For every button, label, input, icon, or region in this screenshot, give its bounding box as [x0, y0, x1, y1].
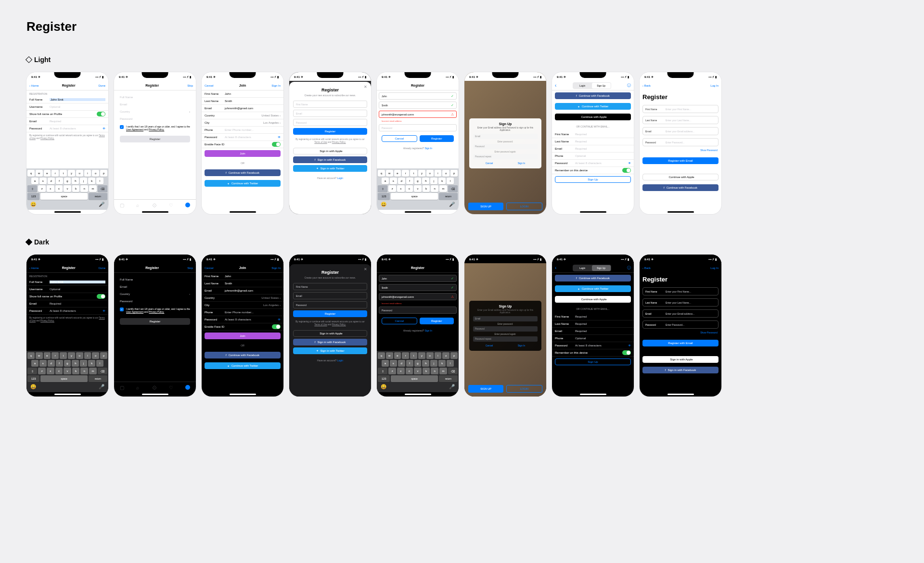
- phone-input[interactable]: Optional: [575, 154, 586, 157]
- signin-button[interactable]: Sign In: [271, 267, 281, 269]
- key-f[interactable]: f: [406, 178, 413, 184]
- login-button[interactable]: LOGIN: [506, 385, 542, 393]
- email-input[interactable]: Email: [473, 316, 538, 321]
- twitter-button[interactable]: ✦Continue with Twitter: [205, 362, 281, 369]
- key-v[interactable]: v: [64, 185, 71, 192]
- email-input[interactable]: Required: [575, 330, 587, 333]
- key-u[interactable]: u: [76, 352, 83, 359]
- eye-icon[interactable]: 👁: [278, 136, 281, 139]
- phone-input[interactable]: Optional: [575, 337, 586, 340]
- last-name-input[interactable]: Smith✓: [379, 284, 457, 291]
- full-name-input[interactable]: Full Name: [120, 96, 133, 99]
- key-o[interactable]: o: [442, 352, 449, 359]
- register-button[interactable]: Register: [420, 135, 454, 142]
- password-input[interactable]: At least 8 characters: [50, 309, 76, 312]
- info-icon[interactable]: ⓘ: [627, 83, 631, 88]
- first-name-input[interactable]: John: [225, 275, 281, 278]
- return-key[interactable]: return: [439, 375, 458, 382]
- apple-button[interactable]: Sign in with Apple: [642, 356, 719, 363]
- faceid-toggle[interactable]: [272, 324, 281, 329]
- key-n[interactable]: n: [431, 185, 438, 192]
- emoji-icon[interactable]: 😀: [30, 202, 36, 207]
- done-button[interactable]: Done: [99, 267, 105, 269]
- key-v[interactable]: v: [414, 185, 422, 192]
- twitter-button[interactable]: ✦Continue with Twitter: [555, 103, 631, 110]
- first-name-input[interactable]: First Name: [293, 101, 367, 108]
- country-input[interactable]: Country: [120, 293, 130, 295]
- login-segment[interactable]: Login: [573, 83, 592, 89]
- first-name-input[interactable]: John: [225, 92, 281, 95]
- mic-icon[interactable]: 🎤: [449, 202, 455, 207]
- key-p[interactable]: p: [100, 170, 107, 177]
- signin-link[interactable]: Sign In: [425, 329, 433, 332]
- key-i[interactable]: i: [435, 170, 442, 177]
- password-input[interactable]: Password: [379, 307, 457, 314]
- password-input[interactable]: Password: [293, 301, 367, 308]
- full-name-input[interactable]: John Smit: [50, 281, 105, 283]
- password-input[interactable]: At least 8 characters: [225, 318, 251, 321]
- age-checkbox[interactable]: ✓: [120, 307, 124, 311]
- key-w[interactable]: w: [386, 170, 393, 177]
- login-button[interactable]: LOGIN: [506, 203, 542, 210]
- key-x[interactable]: x: [47, 368, 54, 374]
- email-input[interactable]: johnsmith@gmail.com: [225, 107, 281, 110]
- key-m[interactable]: m: [439, 185, 447, 192]
- first-name-input[interactable]: First Name: [293, 283, 367, 290]
- key-g[interactable]: g: [414, 178, 422, 184]
- full-name-input[interactable]: John Smit: [50, 98, 105, 101]
- join-button[interactable]: Join: [205, 150, 281, 157]
- key-r[interactable]: r: [51, 170, 59, 177]
- key-r[interactable]: r: [51, 352, 59, 359]
- key-m[interactable]: m: [89, 185, 97, 192]
- key-f[interactable]: f: [56, 178, 63, 184]
- key-v[interactable]: v: [414, 368, 422, 374]
- key-k[interactable]: k: [88, 178, 95, 184]
- numbers-key[interactable]: 123: [27, 375, 39, 382]
- key-h[interactable]: h: [422, 178, 429, 184]
- key-q[interactable]: q: [27, 170, 35, 177]
- segment-control[interactable]: Login Sign Up: [573, 265, 611, 271]
- cancel-button[interactable]: Cancel: [382, 318, 417, 324]
- cancel-button[interactable]: Cancel: [205, 84, 214, 87]
- key-x[interactable]: x: [397, 185, 405, 192]
- key-b[interactable]: b: [423, 185, 430, 192]
- country-input[interactable]: Country: [120, 110, 130, 113]
- first-name-input[interactable]: Required: [575, 315, 587, 318]
- info-icon[interactable]: ⓘ: [627, 265, 631, 270]
- phone-input[interactable]: Enter Phone number...: [225, 128, 254, 131]
- login-button[interactable]: Log In: [710, 267, 719, 269]
- return-key[interactable]: return: [89, 193, 107, 200]
- shift-key[interactable]: ⇧: [27, 185, 37, 192]
- space-key[interactable]: space: [40, 193, 88, 200]
- password-input[interactable]: Password: [293, 119, 367, 126]
- signup-button[interactable]: SIGN UP: [468, 203, 503, 210]
- email-input[interactable]: johnsmith@gmail.com: [225, 289, 281, 292]
- facebook-button[interactable]: fContinue with Facebook: [205, 352, 281, 358]
- key-t[interactable]: t: [60, 352, 67, 359]
- password-input[interactable]: At least 8 characters: [225, 136, 251, 139]
- key-b[interactable]: b: [423, 368, 430, 374]
- password-input[interactable]: Password: [473, 144, 538, 149]
- privacy-link[interactable]: Privacy Policy.: [40, 320, 54, 322]
- backspace-key[interactable]: ⌫: [448, 185, 458, 192]
- key-j[interactable]: j: [80, 178, 87, 184]
- last-name-input[interactable]: Required: [575, 140, 587, 143]
- first-name-input[interactable]: John✓: [379, 275, 457, 282]
- eye-icon[interactable]: 👁: [278, 318, 281, 321]
- username-input[interactable]: Optional: [50, 105, 60, 108]
- key-e[interactable]: e: [44, 170, 51, 177]
- key-q[interactable]: q: [378, 352, 385, 359]
- email-input[interactable]: Email: [120, 103, 127, 106]
- remember-toggle[interactable]: [622, 350, 631, 355]
- key-u[interactable]: u: [76, 170, 83, 177]
- space-key[interactable]: space: [40, 375, 88, 382]
- close-icon[interactable]: ✕: [364, 267, 367, 271]
- register-button[interactable]: Register: [293, 128, 367, 135]
- email-input[interactable]: EmailEnter your Email address...: [642, 127, 719, 135]
- key-z[interactable]: z: [38, 368, 46, 374]
- email-input[interactable]: Required: [50, 302, 61, 305]
- last-name-input[interactable]: Required: [575, 322, 587, 325]
- facebook-button[interactable]: fContinue with Facebook: [205, 169, 281, 176]
- key-o[interactable]: o: [92, 170, 99, 177]
- key-y[interactable]: y: [418, 170, 425, 177]
